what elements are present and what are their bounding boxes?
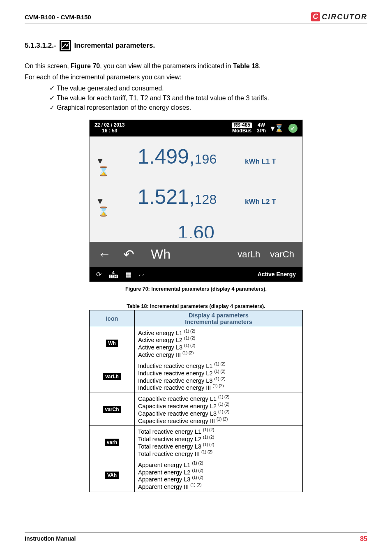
incremental-icon [60,40,71,51]
date: 22 / 02 / 2013 [95,123,125,128]
svg-rect-0 [61,42,69,50]
icon-cell: VAh [90,459,135,492]
varch-label[interactable]: varCh [270,249,294,260]
parameter-line: Inductive reactive energy L3 (1) (2) [138,377,299,384]
intro-line-2: For each of the incremental parameters y… [25,72,367,82]
icon-cell: varLh [90,360,135,393]
time: 16 : 53 [95,128,125,134]
undo-arrow-icon[interactable]: ↶ [123,247,134,262]
speed-icon: ⟳ [96,271,101,278]
parameter-line: Total reactive energy III (1) (2) [138,450,299,457]
modbus-label: ModBus [232,128,252,134]
section-heading: 5.1.3.1.2.- Incremental parameters. [25,40,367,51]
description-cell: Inductive reactive energy L1 (1) (2)Indu… [135,360,303,393]
table-row: WhActive energy L1 (1) (2)Active energy … [90,327,303,360]
reading-value-1: 1.499,196 [109,145,245,169]
wires-label: 4W [257,123,266,128]
brand-name: CIRCUTOR [322,13,367,21]
table-row: varLhInductive reactive energy L1 (1) (2… [90,360,303,393]
back-arrow-icon[interactable]: ← [98,247,111,262]
comm-indicator: RS-485 ModBus [232,123,252,134]
reading-value-2: 1.521,128 [109,185,245,209]
figure-ref: Figure 70 [71,62,100,69]
parameter-line: Inductive reactive energy III (1) (2) [138,384,299,391]
reading-row-1: ▾⌛ 1.499,196 kWh L1 T [90,141,302,181]
table-row: varChCapacitive reactive energy L1 (1) (… [90,393,303,426]
device-status-bar: 22 / 02 / 2013 16 : 53 RS-485 ModBus 4W … [90,120,302,136]
wh-label[interactable]: Wh [151,247,171,262]
grid-icon: ▦ [125,271,131,278]
reading-partial: 1.60 [90,221,302,238]
bullet-item: The value for each tariff, T1, T2 and T3… [49,93,367,103]
status-ok-icon: ✓ [288,124,297,133]
parameter-line: Active energy L2 (1) (2) [138,336,299,343]
parameter-line: Capacitive reactive energy L3 (1) (2) [138,409,299,417]
table-header-icon: Icon [90,310,135,327]
phases-label: 3Ph [257,128,266,134]
wiring-indicator: 4W 3Ph [257,123,266,134]
product-title: CVM-B100 - CVM-B150 [25,14,91,21]
parameter-icon-badge: VAh [105,472,119,479]
figure-caption: Figure 70: Incremental parameters (displ… [25,286,367,292]
intro-line-1: On this screen, Figure 70, you can view … [25,61,367,71]
section-number: 5.1.3.1.2.- [25,42,56,50]
parameter-line: Capacitive reactive energy L1 (1) (2) [138,395,299,402]
device-footer-bar: ⟳ 41234 ▦ ▱ Active Energy [90,267,302,282]
table-row: VAhApparent energy L1 (1) (2)Apparent en… [90,459,303,492]
table-row: varhTotal reactive energy L1 (1) (2)Tota… [90,426,303,459]
varlh-label[interactable]: varLh [238,249,260,260]
table-caption: Table 18: Incremental parameters (displa… [25,303,367,309]
description-cell: Capacitive reactive energy L1 (1) (2)Cap… [135,393,303,426]
table-ref: Table 18 [233,62,259,69]
hourglass-icon: ▾⌛ [98,196,109,217]
page-header: CVM-B100 - CVM-B150 CIRCUTOR [25,12,367,23]
parameter-line: Apparent energy III (1) (2) [138,483,299,490]
parameter-line: Active energy L1 (1) (2) [138,329,299,336]
bullet-item: The value generated and consumed. [49,83,367,93]
parameter-line: Inductive reactive energy L1 (1) (2) [138,362,299,369]
parameter-icon-badge: varh [105,439,119,446]
description-cell: Total reactive energy L1 (1) (2)Total re… [135,426,303,459]
hourglass-icon: ▾⌛ [98,155,109,177]
parameter-line: Apparent energy L2 (1) (2) [138,468,299,476]
parameter-line: Capacitive reactive energy III (1) (2) [138,417,299,424]
hourglass-icon: ▾⌛ [271,124,284,133]
parameter-line: Total reactive energy L2 (1) (2) [138,435,299,442]
brand-logo: CIRCUTOR [311,12,367,21]
parameter-icon-badge: varLh [103,373,121,380]
description-cell: Apparent energy L1 (1) (2)Apparent energ… [135,459,303,492]
rs485-label: RS-485 [232,123,252,128]
parameter-line: Inductive reactive energy L2 (1) (2) [138,369,299,377]
device-body: ▾⌛ 1.499,196 kWh L1 T ▾⌛ 1.521,128 kWh L… [90,136,302,242]
icon-cell: Wh [90,327,135,360]
parameters-table: Icon Display 4 parametersIncremental par… [89,310,303,493]
parameter-line: Capacitive reactive energy L2 (1) (2) [138,402,299,409]
bullet-list: The value generated and consumed. The va… [49,83,367,112]
parameter-line: Apparent energy L3 (1) (2) [138,475,299,483]
parameter-line: Apparent energy L1 (1) (2) [138,461,299,468]
intro-pre: On this screen, [25,62,71,69]
datetime: 22 / 02 / 2013 16 : 53 [95,123,125,134]
parameter-icon-badge: Wh [106,340,118,347]
bullet-item: Graphical representation of the energy c… [49,103,367,112]
reading-unit-1: kWh L1 T [245,157,294,166]
parameter-line: Total reactive energy L3 (1) (2) [138,442,299,450]
display-mode-badge: 41234 [109,271,118,278]
table-header-desc: Display 4 parametersIncremental paramete… [135,310,303,327]
reading-unit-2: kWh L2 T [245,198,294,206]
page-number: 85 [360,535,367,543]
description-cell: Active energy L1 (1) (2)Active energy L2… [135,327,303,360]
chart-icon: ▱ [139,271,144,278]
section-title: Incremental parameters. [74,42,155,50]
parameter-line: Total reactive energy L1 (1) (2) [138,428,299,435]
icon-cell: varh [90,426,135,459]
device-softkey-bar: ← ↶ Wh varLh varCh [90,242,302,267]
footer-manual: Instruction Manual [25,535,76,543]
parameter-line: Active energy III (1) (2) [138,351,299,358]
active-energy-label: Active Energy [258,271,296,278]
reading-row-2: ▾⌛ 1.521,128 kWh L2 T [90,181,302,221]
logo-c-icon [311,12,320,21]
icon-cell: varCh [90,393,135,426]
parameter-line: Active energy L3 (1) (2) [138,343,299,351]
parameter-icon-badge: varCh [103,406,121,413]
